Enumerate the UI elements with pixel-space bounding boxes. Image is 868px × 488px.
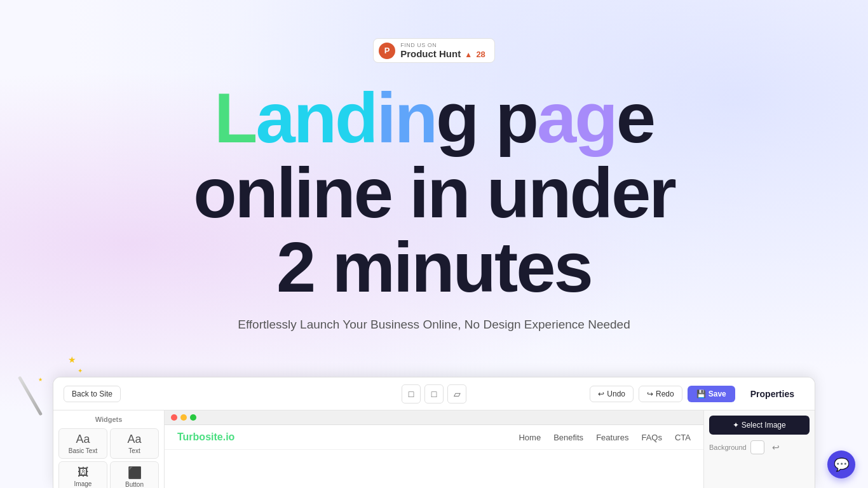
- nav-features[interactable]: Features: [596, 433, 628, 442]
- canvas-logo: Turbosite.io: [177, 431, 234, 443]
- text-and: and: [255, 78, 376, 158]
- redo-icon: ↪: [647, 390, 653, 398]
- wand-decoration: ★ ✦ ★: [19, 355, 83, 424]
- ph-arrow-icon: ▲: [465, 50, 472, 59]
- product-hunt-badge[interactable]: P FIND US ON Product Hunt ▲ 28: [373, 38, 495, 63]
- widgets-grid: Aa Basic Text Aa Text 🖼 Image ⬛ Button: [53, 426, 164, 488]
- dot-green: [190, 414, 196, 421]
- letter-l: L: [214, 78, 255, 158]
- nav-faqs[interactable]: FAQs: [641, 433, 662, 442]
- background-color-swatch[interactable]: [750, 440, 764, 454]
- letter-e: e: [616, 78, 654, 158]
- dot-yellow: [180, 414, 187, 421]
- widget-basic-text[interactable]: Aa Basic Text: [58, 428, 107, 459]
- basic-text-icon: Aa: [76, 433, 90, 446]
- widget-text-label: Text: [128, 447, 140, 454]
- chat-bubble[interactable]: 💬: [827, 451, 855, 478]
- content-wrapper: P FIND US ON Product Hunt ▲ 28 Landing p…: [0, 0, 868, 357]
- ph-text-block: FIND US ON Product Hunt ▲ 28: [400, 42, 485, 59]
- properties-undo-btn[interactable]: ↩: [768, 440, 783, 455]
- ph-find-us-text: FIND US ON: [400, 42, 485, 48]
- ph-vote-count: 28: [476, 50, 485, 59]
- widget-text[interactable]: Aa Text: [110, 428, 159, 459]
- toolbar-icon-chat[interactable]: □: [402, 384, 421, 403]
- editor-toolbar: Back to Site □ □ ▱ ↩ Undo ↪ Redo 💾: [53, 377, 815, 410]
- nav-benefits[interactable]: Benefits: [553, 433, 583, 442]
- canvas-nav-links: Home Benefits Features FAQs CTA: [519, 433, 691, 442]
- widget-basic-text-label: Basic Text: [69, 447, 97, 454]
- editor-main: Widgets Aa Basic Text Aa Text 🖼 Image: [53, 410, 815, 488]
- undo-button[interactable]: ↩ Undo: [590, 386, 634, 402]
- nav-home[interactable]: Home: [519, 433, 541, 442]
- letter-g2: g: [574, 78, 616, 158]
- image-icon: 🖼: [78, 466, 89, 479]
- properties-label: Properties: [740, 389, 804, 399]
- undo-icon: ↩: [598, 390, 604, 398]
- text-page: p: [477, 78, 537, 158]
- widget-button-label: Button: [125, 481, 144, 488]
- hero-line1: Landing page: [193, 81, 675, 156]
- hero-line2: online in under: [193, 156, 675, 231]
- background-section: Background ↩: [709, 440, 810, 455]
- select-image-button[interactable]: ✦ Select Image: [709, 416, 810, 435]
- letter-a: a: [537, 78, 574, 158]
- ph-logo: P: [379, 43, 395, 59]
- app-mockup: Back to Site □ □ ▱ ↩ Undo ↪ Redo 💾: [0, 377, 868, 488]
- toolbar-center-icons: □ □ ▱: [402, 384, 466, 403]
- canvas-window-controls: [165, 410, 703, 425]
- widget-button[interactable]: ⬛ Button: [110, 461, 159, 488]
- hero-heading: Landing page online in under 2 minutes: [193, 81, 675, 305]
- widget-image-label: Image: [74, 480, 92, 487]
- toolbar-icon-layout[interactable]: □: [424, 384, 444, 403]
- save-button[interactable]: 💾 Save: [688, 386, 735, 402]
- letter-i: i: [377, 78, 395, 158]
- text-icon: Aa: [127, 433, 141, 446]
- hero-subtitle: Effortlessly Launch Your Business Online…: [238, 318, 630, 332]
- wand-star-3: ★: [38, 377, 43, 383]
- editor-canvas: Turbosite.io Home Benefits Features FAQs…: [165, 410, 703, 488]
- widget-image[interactable]: 🖼 Image: [58, 461, 107, 488]
- toolbar-right: ↩ Undo ↪ Redo 💾 Save Properties: [590, 386, 804, 402]
- hero-line3: 2 minutes: [193, 230, 675, 305]
- wand-star-1: ★: [68, 355, 76, 365]
- toolbar-icon-mobile[interactable]: ▱: [447, 384, 466, 403]
- editor-mockup: Back to Site □ □ ▱ ↩ Undo ↪ Redo 💾: [53, 377, 815, 488]
- nav-cta[interactable]: CTA: [675, 433, 691, 442]
- background-label: Background: [709, 444, 747, 451]
- canvas-nav: Turbosite.io Home Benefits Features FAQs…: [165, 425, 703, 450]
- editor-properties: ✦ Select Image Background ↩: [703, 410, 815, 488]
- button-icon: ⬛: [128, 466, 142, 480]
- save-icon: 💾: [696, 390, 706, 398]
- letter-g: g: [436, 78, 477, 158]
- chat-bubble-icon: 💬: [834, 457, 850, 472]
- dot-red: [171, 414, 177, 421]
- wand-star-2: ✦: [78, 367, 83, 374]
- redo-button[interactable]: ↪ Redo: [639, 386, 682, 402]
- ph-logo-letter: P: [384, 46, 390, 55]
- ph-product-hunt-name: Product Hunt ▲ 28: [400, 48, 485, 59]
- letter-n: n: [395, 78, 436, 158]
